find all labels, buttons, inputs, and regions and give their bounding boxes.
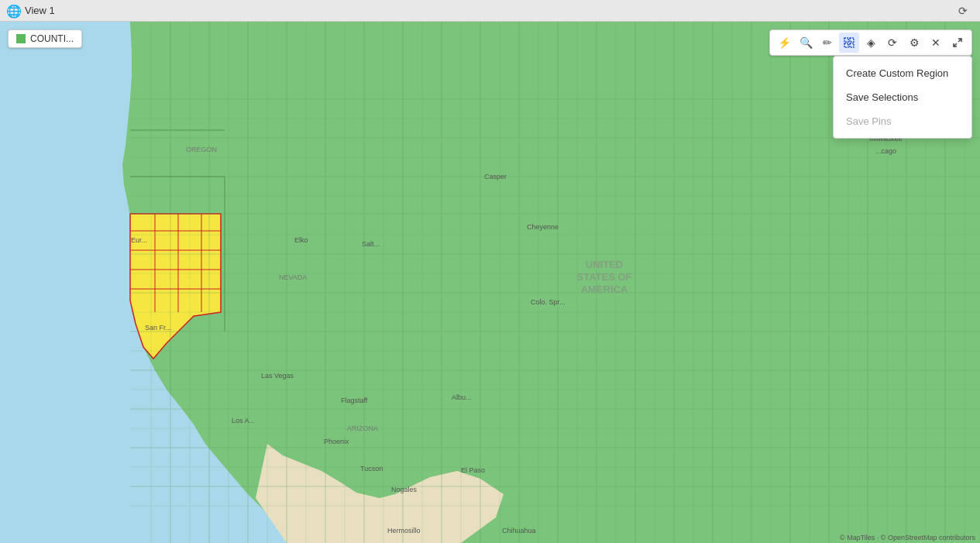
svg-text:El Paso: El Paso xyxy=(461,466,485,474)
svg-text:OREGON: OREGON xyxy=(186,146,217,153)
svg-text:Elko: Elko xyxy=(294,236,308,244)
svg-text:Flagstaff: Flagstaff xyxy=(341,397,368,404)
svg-rect-111 xyxy=(850,43,854,47)
map-area[interactable]: UNITED STATES OF AMERICA Eur... San Fr..… xyxy=(0,22,980,543)
svg-text:Chihuahua: Chihuahua xyxy=(502,527,536,534)
search-button[interactable]: 🔍 xyxy=(796,33,816,53)
svg-text:Los A...: Los A... xyxy=(232,417,255,424)
svg-text:ARIZONA: ARIZONA xyxy=(347,424,378,432)
svg-text:Tucson: Tucson xyxy=(360,465,383,473)
svg-text:AMERICA: AMERICA xyxy=(581,284,628,295)
save-selections-item[interactable]: Save Selections xyxy=(834,85,971,109)
legend-chip: COUNTI... xyxy=(8,29,82,48)
svg-text:Hermosillo: Hermosillo xyxy=(387,527,421,534)
save-pins-item: Save Pins xyxy=(834,109,971,133)
expand-button[interactable] xyxy=(947,33,968,53)
settings-button[interactable]: ⚙ xyxy=(904,33,924,53)
legend-color-box xyxy=(16,34,26,43)
svg-text:Albu...: Albu... xyxy=(452,394,472,401)
create-custom-region-item[interactable]: Create Custom Region xyxy=(834,61,971,85)
toolbar: ⚡ 🔍 ✏ ◈ ⟳ ⚙ ✕ xyxy=(769,29,972,56)
svg-rect-108 xyxy=(844,38,848,42)
svg-text:...cago: ...cago xyxy=(875,147,896,155)
app-container: 🌐 View 1 ⟳ xyxy=(0,0,980,543)
title-bar-controls: ⟳ xyxy=(952,2,974,19)
svg-text:Phoenix: Phoenix xyxy=(324,438,349,445)
svg-text:UNITED: UNITED xyxy=(586,259,623,270)
pencil-button[interactable]: ✏ xyxy=(817,33,837,53)
close-button[interactable]: ✕ xyxy=(926,33,946,53)
svg-text:Las Vegas: Las Vegas xyxy=(261,372,294,380)
svg-rect-109 xyxy=(850,38,854,42)
legend-label: COUNTI... xyxy=(30,33,74,44)
refresh-title-button[interactable]: ⟳ xyxy=(952,2,974,19)
svg-text:STATES OF: STATES OF xyxy=(576,271,631,283)
svg-text:Salt...: Salt... xyxy=(362,240,380,248)
svg-text:Eur...: Eur... xyxy=(131,236,147,244)
select-button[interactable] xyxy=(839,33,859,53)
bolt-button[interactable]: ⚡ xyxy=(774,33,794,53)
title-bar: 🌐 View 1 ⟳ xyxy=(0,0,980,22)
svg-text:San Fr...: San Fr... xyxy=(145,324,171,332)
svg-text:Cheyenne: Cheyenne xyxy=(527,223,559,231)
svg-rect-110 xyxy=(844,43,848,47)
attribution: © MapTiles · © OpenStreetMap contributor… xyxy=(840,534,975,541)
svg-text:Colo. Spr...: Colo. Spr... xyxy=(531,298,566,306)
globe-icon: 🌐 xyxy=(6,4,20,18)
svg-text:Nogales: Nogales xyxy=(391,486,418,493)
svg-text:NEVADA: NEVADA xyxy=(279,273,307,281)
view-title: View 1 xyxy=(25,5,952,16)
diamond-button[interactable]: ◈ xyxy=(861,33,881,53)
refresh-button[interactable]: ⟳ xyxy=(882,33,903,53)
dropdown-menu: Create Custom Region Save Selections Sav… xyxy=(833,56,972,139)
svg-text:Casper: Casper xyxy=(484,173,507,180)
